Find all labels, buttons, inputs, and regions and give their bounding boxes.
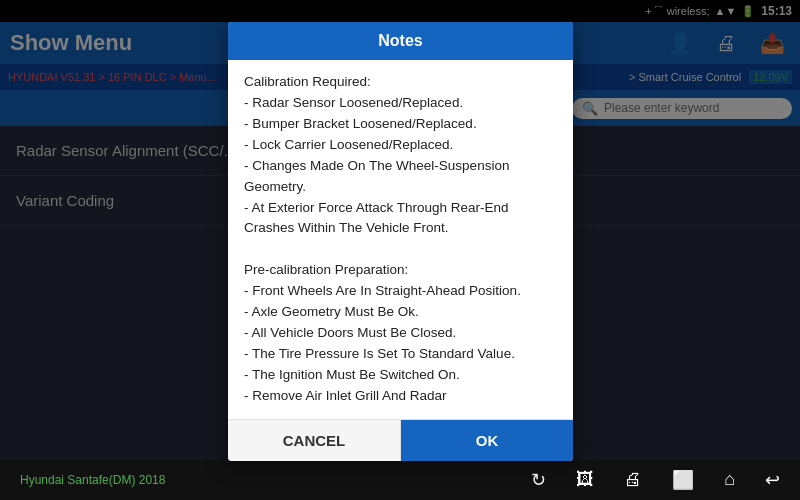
square-icon[interactable]: ⬜ [672,469,694,491]
bottom-nav: ↻ 🖼 🖨 ⬜ ⌂ ↩ [531,469,780,491]
home-icon[interactable]: ⌂ [724,469,735,491]
cancel-button[interactable]: CANCEL [228,420,401,461]
modal-content-text: Calibration Required: - Radar Sensor Loo… [244,72,557,407]
notes-modal: Notes Calibration Required: - Radar Sens… [228,22,573,461]
bottom-bar: Hyundai Santafe(DM) 2018 ↻ 🖼 🖨 ⬜ ⌂ ↩ [0,460,800,500]
image-icon[interactable]: 🖼 [576,469,594,491]
ok-button[interactable]: OK [401,420,573,461]
back-icon[interactable]: ↩ [765,469,780,491]
refresh-icon[interactable]: ↻ [531,469,546,491]
car-info: Hyundai Santafe(DM) 2018 [20,473,165,487]
modal-title: Notes [378,32,422,50]
modal-body: Calibration Required: - Radar Sensor Loo… [228,60,573,419]
modal-header: Notes [228,22,573,60]
modal-footer: CANCEL OK [228,419,573,461]
print-nav-icon[interactable]: 🖨 [624,469,642,491]
